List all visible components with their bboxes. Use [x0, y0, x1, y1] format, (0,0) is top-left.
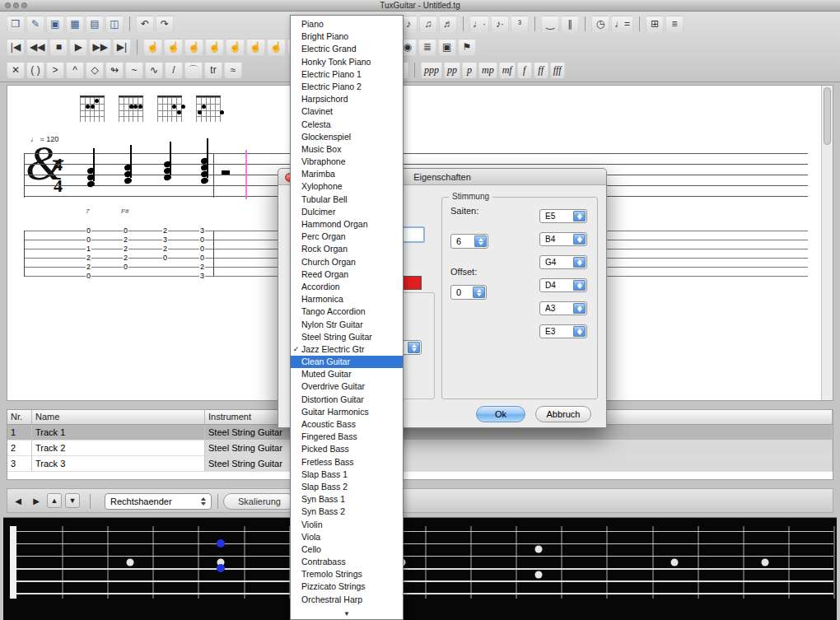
pressed-note-dot[interactable]: [217, 564, 225, 572]
string-line[interactable]: [16, 593, 833, 594]
scale-button[interactable]: Skalierung: [223, 493, 296, 510]
menu-item[interactable]: Slap Bass 1: [291, 468, 403, 481]
dynamic-mark[interactable]: p: [462, 62, 477, 78]
menu-item[interactable]: Celesta: [291, 119, 403, 131]
tab-number[interactable]: 0: [123, 226, 128, 235]
menu-item[interactable]: Steel String Guitar: [291, 331, 403, 343]
window-titlebar[interactable]: TuxGuitar - Untitled.tg: [0, 0, 840, 12]
mixer-icon[interactable]: ≣: [418, 39, 436, 55]
move-down-icon[interactable]: ▼: [65, 493, 80, 508]
scrollbar-thumb[interactable]: [824, 87, 831, 145]
dotted-note-icon[interactable]: ♩·: [469, 16, 489, 32]
skip-end-icon[interactable]: ▶|: [113, 39, 131, 55]
menu-item[interactable]: Piano: [291, 18, 403, 30]
menu-item[interactable]: Fingered Bass: [291, 431, 403, 443]
menu-item[interactable]: Accordion: [291, 281, 403, 293]
stepper-icon[interactable]: [573, 280, 586, 291]
menu-item[interactable]: Guitar Harmonics: [291, 406, 403, 418]
stepper-icon[interactable]: [573, 211, 586, 221]
tab-number[interactable]: 2: [123, 245, 128, 253]
menu-item[interactable]: Picked Bass: [291, 443, 403, 455]
menu-item[interactable]: Bright Piano: [291, 30, 403, 43]
tab-number[interactable]: 2: [199, 263, 205, 271]
tab-number[interactable]: 2: [123, 254, 128, 262]
note-head[interactable]: [200, 177, 209, 184]
menu-item[interactable]: Muted Guitar: [291, 368, 403, 380]
menu-item[interactable]: Clavinet: [291, 105, 403, 118]
accent-icon[interactable]: >: [46, 62, 64, 78]
new-file-icon[interactable]: ❒: [7, 16, 25, 32]
menu-item[interactable]: Acoustic Bass: [291, 418, 403, 431]
tab-number[interactable]: 2: [86, 263, 91, 271]
ok-button[interactable]: Ok: [476, 406, 525, 422]
menu-item[interactable]: Violin: [291, 519, 403, 531]
tab-number[interactable]: 0: [123, 263, 128, 271]
tab-number[interactable]: 0: [162, 254, 168, 262]
skip-start-icon[interactable]: |◀: [7, 39, 25, 55]
scroll-left-icon[interactable]: ◀: [11, 493, 26, 508]
close-window-icon[interactable]: [5, 2, 11, 8]
stepper-icon[interactable]: [573, 326, 586, 337]
menu-item[interactable]: Xylophone: [291, 180, 403, 193]
menu-item[interactable]: Syn Bass 2: [291, 506, 403, 518]
tuplet-icon[interactable]: ³: [511, 16, 529, 32]
dead-note-icon[interactable]: ✕: [7, 62, 25, 78]
tab-number[interactable]: 2: [162, 226, 168, 235]
thirtysecond-note-icon[interactable]: ♬: [439, 16, 457, 32]
menu-item[interactable]: Tremolo Strings: [291, 568, 403, 580]
harmonic-icon[interactable]: ◇: [86, 62, 104, 78]
play-icon[interactable]: ▶: [69, 39, 87, 55]
stepper-icon[interactable]: [573, 234, 586, 245]
string-line[interactable]: [16, 543, 833, 544]
hand-tool-icon[interactable]: ☝: [267, 39, 286, 55]
minimize-window-icon[interactable]: [13, 2, 19, 8]
menu-item[interactable]: Vibraphone: [291, 156, 403, 168]
note-head[interactable]: [124, 177, 133, 184]
menu-item[interactable]: Hammond Organ: [291, 218, 403, 231]
vibrato-icon[interactable]: ~: [125, 62, 143, 78]
edit-icon[interactable]: ✎: [26, 16, 44, 32]
menu-item[interactable]: Honky Tonk Piano: [291, 56, 403, 68]
column-header-nr[interactable]: Nr.: [7, 410, 32, 424]
menu-item[interactable]: Rock Organ: [291, 243, 403, 255]
tab-number[interactable]: 2: [162, 245, 168, 253]
tempo-icon[interactable]: ♩=: [611, 16, 633, 32]
pressed-note-dot[interactable]: [217, 539, 225, 548]
menu-item[interactable]: Overdrive Guitar: [291, 380, 403, 393]
tuning-combo[interactable]: A3: [539, 301, 587, 315]
menu-item[interactable]: Tubular Bell: [291, 193, 403, 206]
tie-note-icon[interactable]: ‿: [541, 16, 559, 32]
save-icon[interactable]: ▣: [46, 16, 64, 32]
menu-item[interactable]: Nylon Str Guitar: [291, 319, 403, 331]
menu-item[interactable]: Glockenspiel: [291, 131, 403, 143]
hand-tool-icon[interactable]: ☝: [143, 39, 162, 55]
palm-mute-icon[interactable]: ≈: [224, 62, 242, 78]
menu-item[interactable]: Viola: [291, 531, 403, 543]
menu-item[interactable]: Contrabass: [291, 556, 403, 568]
menu-item[interactable]: Electric Grand: [291, 43, 403, 55]
cancel-button[interactable]: Abbruch: [535, 406, 591, 422]
undo-icon[interactable]: ↶: [136, 16, 154, 32]
track-row[interactable]: 2Track 2Steel String Guitar: [7, 441, 833, 456]
hand-tool-icon[interactable]: ☝: [205, 39, 224, 55]
menu-item[interactable]: Syn Bass 1: [291, 493, 403, 506]
menu-item[interactable]: Clean Guitar: [291, 356, 403, 368]
tuning-combo[interactable]: D4: [539, 278, 587, 292]
string-line[interactable]: [16, 531, 833, 532]
menu-item[interactable]: Tango Accordion: [291, 305, 403, 318]
scroll-down-icon[interactable]: ▼: [291, 609, 403, 618]
menu-item[interactable]: Fretless Bass: [291, 456, 403, 468]
menu-item[interactable]: Orchestral Harp: [291, 594, 403, 606]
tab-number[interactable]: 0: [199, 235, 205, 244]
print-icon[interactable]: ▤: [86, 16, 104, 32]
list-icon[interactable]: ≡: [665, 16, 684, 32]
stepper-icon[interactable]: [573, 257, 586, 268]
track-row[interactable]: 3Track 3Steel String Guitar: [7, 456, 833, 472]
dynamic-mark[interactable]: pp: [444, 62, 460, 78]
menu-item[interactable]: Dulcimer: [291, 206, 403, 218]
grace-icon[interactable]: ↬: [105, 62, 124, 78]
scroll-right-icon[interactable]: ▶: [29, 493, 44, 508]
hammer-on-icon[interactable]: ⌒: [184, 62, 203, 78]
menu-item[interactable]: Cello: [291, 543, 403, 556]
strings-count-input[interactable]: 6: [450, 234, 488, 249]
